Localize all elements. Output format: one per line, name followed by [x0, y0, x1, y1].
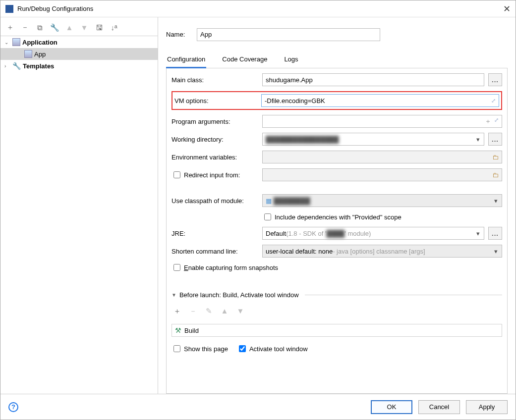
- redirect-input-checkbox[interactable]: Redirect input from:: [172, 170, 258, 180]
- include-deps-checkbox[interactable]: Include dependencies with "Provided" sco…: [262, 212, 401, 222]
- share-checkbox[interactable]: Share: [452, 30, 477, 40]
- tab-logs[interactable]: Logs: [283, 52, 299, 68]
- shorten-select[interactable]: user-local default: none - java [options…: [262, 245, 502, 258]
- show-this-page-checkbox[interactable]: Show this page: [172, 344, 228, 354]
- classpath-select[interactable]: ▦ ████████: [262, 194, 502, 207]
- tree-templates[interactable]: › 🔧 Templates: [0, 60, 158, 72]
- add-icon[interactable]: ＋: [172, 307, 182, 316]
- tree-application-label: Application: [22, 39, 57, 46]
- down-icon[interactable]: ▼: [79, 23, 90, 32]
- program-args-label: Program arguments:: [172, 118, 258, 125]
- activate-tool-window-checkbox[interactable]: Activate tool window: [237, 344, 308, 354]
- working-dir-label: Working directory:: [172, 136, 258, 143]
- chevron-down-icon: ▼: [172, 292, 176, 298]
- sidebar-toolbar: ＋ － ⧉ 🔧 ▲ ▼ 🖫 ↓ª: [0, 19, 158, 36]
- enable-snapshots-cb[interactable]: [173, 264, 180, 271]
- ok-button[interactable]: OK: [371, 400, 412, 414]
- tree-app-label: App: [34, 51, 46, 58]
- classpath-label: Use classpath of module:: [172, 197, 258, 205]
- up-icon[interactable]: ▲: [64, 23, 75, 32]
- apply-button[interactable]: Apply: [466, 400, 508, 414]
- program-args-input[interactable]: ＋⤢: [262, 115, 502, 128]
- main-class-browse-button[interactable]: ...: [488, 73, 502, 86]
- tabs: Configuration Code Coverage Logs: [166, 52, 508, 68]
- before-launch-toolbar: ＋ － ✎ ▲ ▼: [172, 304, 502, 319]
- remove-icon[interactable]: －: [19, 23, 30, 32]
- vm-options-input[interactable]: -Dfile.encoding=GBK ⤢: [261, 94, 499, 107]
- expand-icon[interactable]: ⤢: [494, 117, 499, 126]
- window-title: Run/Debug Configurations: [17, 5, 503, 12]
- folder-icon[interactable]: 🗀: [492, 154, 499, 161]
- activate-cb[interactable]: [239, 345, 246, 352]
- jre-browse-button[interactable]: ...: [488, 227, 502, 240]
- env-vars-input[interactable]: 🗀: [262, 151, 502, 163]
- tree-app-item[interactable]: App: [0, 48, 158, 60]
- up-icon[interactable]: ▲: [219, 307, 230, 316]
- expand-icon[interactable]: ⤢: [491, 98, 496, 104]
- working-dir-input[interactable]: ████████████████: [262, 133, 484, 146]
- working-dir-browse-button[interactable]: ...: [488, 133, 502, 146]
- show-page-cb[interactable]: [173, 345, 180, 352]
- application-icon: [24, 50, 32, 58]
- enable-snapshots-checkbox[interactable]: Enable capturing form snapshots: [172, 262, 278, 272]
- main-class-input[interactable]: shudugame.App: [262, 73, 484, 86]
- module-icon: ▦: [266, 197, 272, 205]
- add-icon[interactable]: ＋: [4, 23, 15, 32]
- tab-code-coverage[interactable]: Code Coverage: [221, 52, 268, 68]
- include-deps-cb[interactable]: [264, 213, 271, 220]
- save-icon[interactable]: 🖫: [94, 23, 105, 32]
- tree-application[interactable]: ⌄ Application: [0, 36, 158, 48]
- name-label: Name:: [166, 31, 191, 38]
- config-panel: Main class: shudugame.App ... VM options…: [166, 68, 508, 394]
- tree-templates-label: Templates: [23, 62, 54, 70]
- sidebar: ＋ － ⧉ 🔧 ▲ ▼ 🖫 ↓ª ⌄ Application App › 🔧 T…: [0, 17, 158, 394]
- build-task-row[interactable]: ⚒ Build: [172, 324, 502, 337]
- allow-parallel-input[interactable]: [485, 31, 516, 38]
- chevron-down-icon: ⌄: [4, 40, 10, 45]
- name-input[interactable]: [197, 28, 380, 41]
- allow-parallel-checkbox[interactable]: Allow parallel run: [483, 23, 508, 46]
- vm-options-highlight: VM options: -Dfile.encoding=GBK ⤢: [172, 91, 502, 110]
- down-icon[interactable]: ▼: [235, 307, 246, 316]
- before-launch-header[interactable]: ▼ Before launch: Build, Activate tool wi…: [172, 291, 502, 299]
- tab-configuration[interactable]: Configuration: [166, 52, 206, 68]
- plus-icon[interactable]: ＋: [485, 117, 491, 126]
- close-icon[interactable]: ✕: [503, 3, 511, 14]
- wrench-icon[interactable]: 🔧: [49, 23, 60, 32]
- footer: ? OK Cancel Apply: [0, 394, 516, 420]
- application-icon: [12, 38, 20, 46]
- main-class-label: Main class:: [172, 76, 258, 84]
- vm-options-label: VM options:: [174, 97, 257, 105]
- main-panel: Name: Share Allow parallel run Configura…: [158, 17, 516, 394]
- env-vars-label: Environment variables:: [172, 154, 258, 161]
- titlebar: Run/Debug Configurations ✕: [0, 0, 516, 17]
- folder-icon: 🗀: [492, 171, 499, 179]
- shorten-label: Shorten command line:: [172, 248, 258, 255]
- jre-select[interactable]: Default (1.8 - SDK of '████' module): [262, 227, 484, 240]
- wrench-icon: 🔧: [12, 62, 21, 70]
- jre-label: JRE:: [172, 230, 258, 237]
- edit-icon[interactable]: ✎: [203, 307, 214, 316]
- sort-icon[interactable]: ↓ª: [109, 23, 119, 32]
- redirect-input-cb[interactable]: [173, 171, 180, 178]
- app-icon: [5, 5, 13, 13]
- redirect-input-field: 🗀: [262, 168, 502, 181]
- chevron-right-icon: ›: [4, 63, 10, 69]
- remove-icon[interactable]: －: [187, 307, 198, 316]
- help-icon[interactable]: ?: [8, 402, 18, 412]
- hammer-icon: ⚒: [175, 326, 181, 334]
- copy-icon[interactable]: ⧉: [34, 23, 45, 32]
- cancel-button[interactable]: Cancel: [418, 400, 460, 414]
